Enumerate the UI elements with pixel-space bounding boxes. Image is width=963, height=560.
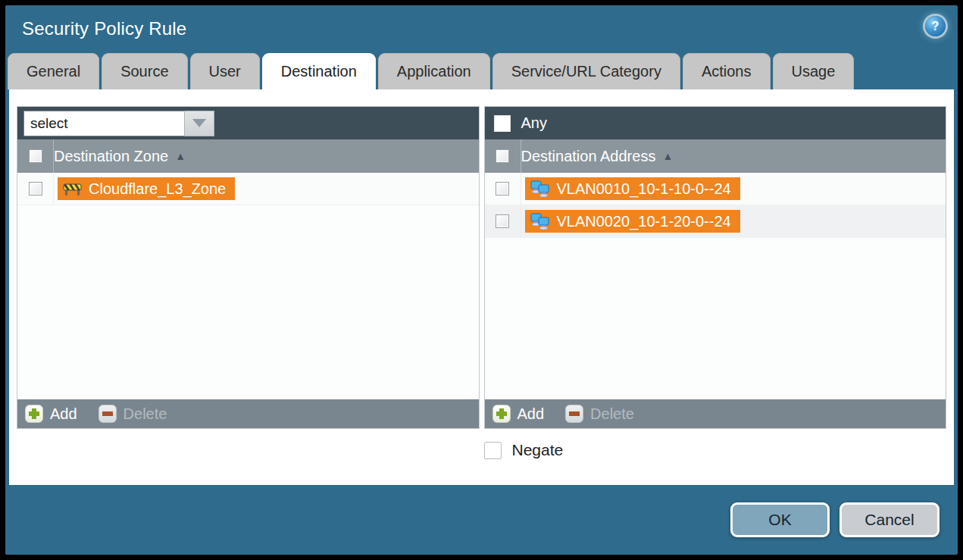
address-row-checkbox-1[interactable] xyxy=(496,182,509,196)
zone-select-all-checkbox[interactable] xyxy=(29,149,42,163)
row-checkbox-cell xyxy=(17,173,54,205)
address-list: VLAN0010_10-1-10-0--24 xyxy=(485,173,946,399)
zone-icon xyxy=(63,182,82,196)
zone-select-combobox xyxy=(23,111,214,136)
zone-add-label: Add xyxy=(50,405,77,423)
negate-label: Negate xyxy=(512,441,564,459)
zone-list: Cloudflare_L3_Zone xyxy=(17,173,479,399)
address-item-label: VLAN0010_10-1-10-0--24 xyxy=(557,180,731,198)
negate-row: Negate xyxy=(484,441,947,459)
address-column-header-label: Destination Address xyxy=(521,148,656,165)
address-footer-bar: Add Delete xyxy=(485,399,946,428)
zone-footer-bar: Add Delete xyxy=(17,399,479,428)
table-row: Cloudflare_L3_Zone xyxy=(17,173,479,205)
address-delete-button[interactable]: Delete xyxy=(565,405,634,423)
zone-column-header: Destination Zone ▲ xyxy=(17,139,479,173)
tab-application[interactable]: Application xyxy=(378,53,490,89)
zone-item-label: Cloudflare_L3_Zone xyxy=(89,180,226,198)
address-item-vlan0010[interactable]: VLAN0010_10-1-10-0--24 xyxy=(525,177,740,200)
address-icon xyxy=(530,180,550,197)
destination-tab-content: Destination Zone ▲ xyxy=(9,89,954,485)
destination-zone-panel: Destination Zone ▲ xyxy=(17,106,480,429)
tab-general[interactable]: General xyxy=(8,53,99,89)
address-toolbar: Any xyxy=(485,107,946,139)
negate-checkbox[interactable] xyxy=(484,442,502,459)
zone-delete-button[interactable]: Delete xyxy=(98,405,167,423)
ok-button[interactable]: OK xyxy=(730,502,830,537)
title-bar: Security Policy Rule ? xyxy=(5,5,958,52)
cancel-button[interactable]: Cancel xyxy=(839,502,940,537)
delete-icon xyxy=(98,405,117,423)
zone-select-input[interactable] xyxy=(23,111,184,136)
any-label: Any xyxy=(521,114,547,132)
zone-select-dropdown-button[interactable] xyxy=(184,111,214,136)
tab-usage[interactable]: Usage xyxy=(773,53,855,89)
zone-row-checkbox[interactable] xyxy=(29,182,42,196)
address-select-all-cell xyxy=(485,139,521,173)
tab-service-url-category[interactable]: Service/URL Category xyxy=(492,53,680,89)
address-icon xyxy=(530,213,550,230)
help-icon[interactable]: ? xyxy=(925,16,946,36)
zone-column-header-label: Destination Zone xyxy=(54,148,168,165)
tab-destination[interactable]: Destination xyxy=(262,53,376,89)
add-icon xyxy=(492,405,511,423)
chevron-down-icon xyxy=(192,119,206,127)
dialog-footer: OK Cancel xyxy=(5,485,958,555)
address-delete-label: Delete xyxy=(590,405,634,423)
sort-asc-icon[interactable]: ▲ xyxy=(662,150,673,162)
security-policy-rule-dialog: Security Policy Rule ? General Source Us… xyxy=(5,5,958,555)
address-item-vlan0020[interactable]: VLAN0020_10-1-20-0--24 xyxy=(525,210,740,233)
delete-icon xyxy=(565,405,583,423)
zone-add-button[interactable]: Add xyxy=(25,405,77,423)
address-select-all-checkbox[interactable] xyxy=(496,149,509,163)
zone-toolbar xyxy=(17,107,479,139)
row-checkbox-cell xyxy=(485,173,521,205)
row-checkbox-cell xyxy=(485,205,521,237)
address-add-label: Add xyxy=(517,405,545,423)
address-item-label: VLAN0020_10-1-20-0--24 xyxy=(557,213,731,230)
sort-asc-icon[interactable]: ▲ xyxy=(175,150,186,162)
address-column-header: Destination Address ▲ xyxy=(485,139,946,173)
table-row: VLAN0010_10-1-10-0--24 xyxy=(485,173,946,205)
any-checkbox[interactable] xyxy=(494,115,511,132)
zone-select-all-cell xyxy=(17,139,54,173)
address-row-checkbox-2[interactable] xyxy=(496,214,509,228)
tab-user[interactable]: User xyxy=(190,53,260,89)
address-add-button[interactable]: Add xyxy=(492,405,545,423)
destination-address-panel: Any Destination Address ▲ xyxy=(484,106,947,429)
tab-strip: General Source User Destination Applicat… xyxy=(5,52,958,89)
add-icon xyxy=(25,405,43,423)
tab-source[interactable]: Source xyxy=(102,53,187,89)
dialog-title: Security Policy Rule xyxy=(22,18,186,39)
screen: Security Policy Rule ? General Source Us… xyxy=(0,0,963,560)
zone-delete-label: Delete xyxy=(124,405,167,423)
table-row: VLAN0020_10-1-20-0--24 xyxy=(485,205,946,238)
zone-item-cloudflare-l3-zone[interactable]: Cloudflare_L3_Zone xyxy=(58,177,235,200)
tab-actions[interactable]: Actions xyxy=(683,53,771,89)
